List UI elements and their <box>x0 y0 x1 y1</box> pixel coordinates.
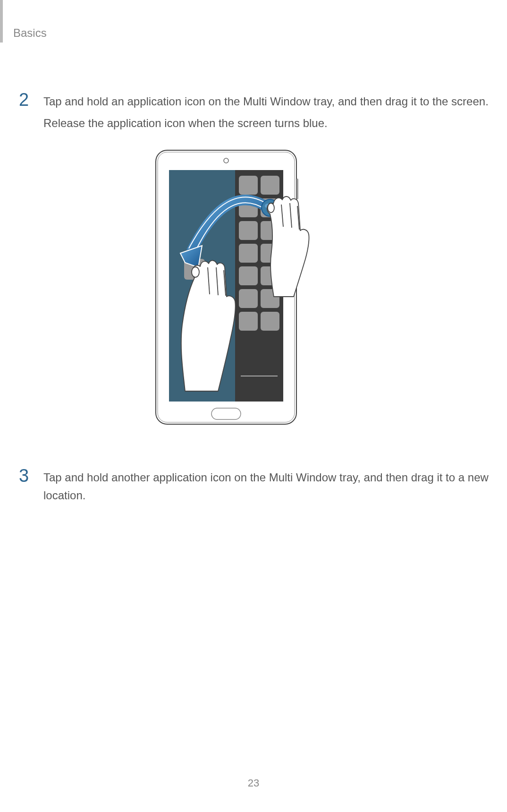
svg-point-33 <box>192 267 199 277</box>
device-svg <box>151 145 349 438</box>
svg-rect-11 <box>239 244 258 263</box>
step-3-text: Tap and hold another application icon on… <box>43 467 498 505</box>
step-number-2: 2 <box>19 91 33 109</box>
step-2-text: Tap and hold an application icon on the … <box>43 91 489 133</box>
step-2: 2 Tap and hold an application icon on th… <box>19 91 498 133</box>
step-number-3: 3 <box>19 467 33 485</box>
svg-rect-24 <box>296 179 298 199</box>
section-title: Basics <box>13 26 47 40</box>
svg-point-29 <box>268 203 274 213</box>
device-illustration <box>151 145 349 438</box>
svg-rect-15 <box>239 289 258 308</box>
step-2-line1: Tap and hold an application icon on the … <box>43 95 489 108</box>
svg-rect-17 <box>239 312 258 331</box>
svg-rect-18 <box>261 312 279 331</box>
step-2-line2: Release the application icon when the sc… <box>43 114 489 132</box>
page-number: 23 <box>0 777 507 789</box>
svg-rect-13 <box>239 266 258 285</box>
svg-rect-6 <box>261 176 279 195</box>
svg-rect-5 <box>239 176 258 195</box>
header-accent-bar <box>0 0 3 43</box>
step-3: 3 Tap and hold another application icon … <box>19 467 498 505</box>
svg-rect-9 <box>239 221 258 240</box>
